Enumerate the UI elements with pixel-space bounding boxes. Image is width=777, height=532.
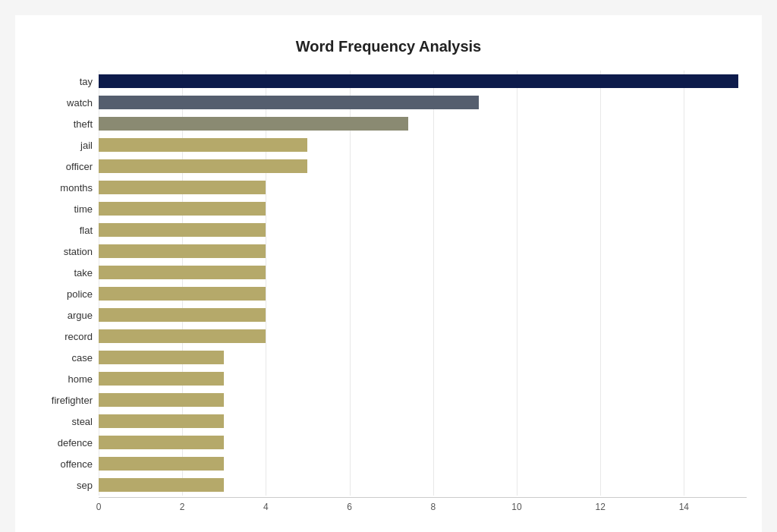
y-label: firefighter [52, 389, 93, 411]
bar [99, 96, 479, 109]
bar-row [99, 432, 747, 453]
bar [99, 414, 224, 428]
x-tick: 0 [96, 502, 102, 512]
chart-title: Word Frequency Analysis [30, 38, 747, 55]
x-tick: 8 [430, 502, 436, 512]
x-tick: 10 [511, 502, 521, 512]
bar-row [99, 347, 747, 368]
x-axis: 02468101214 [99, 502, 747, 520]
bar [99, 74, 738, 88]
bar [99, 138, 307, 152]
y-label: home [68, 368, 93, 389]
y-label: case [72, 347, 93, 368]
y-label: time [74, 198, 93, 219]
bars-list [99, 71, 747, 496]
bar [99, 244, 266, 258]
bar [99, 308, 266, 322]
x-tick: 6 [347, 502, 352, 512]
y-label: record [64, 326, 93, 347]
bar-row [99, 92, 747, 113]
bar-row [99, 156, 747, 177]
x-tick: 2 [180, 502, 185, 512]
bar-row [99, 71, 747, 92]
bar-row [99, 368, 747, 389]
x-tick: 12 [595, 502, 605, 512]
bar [99, 159, 307, 173]
bar-row [99, 262, 747, 283]
bar [99, 287, 266, 301]
y-label: sep [77, 474, 93, 496]
y-label: jail [80, 134, 93, 156]
chart-container: Word Frequency Analysis taywatchtheftjai… [15, 15, 762, 532]
bar [99, 478, 224, 492]
y-label: flat [80, 219, 93, 241]
y-label: offence [61, 453, 93, 474]
bar [99, 457, 224, 471]
bar-row [99, 198, 747, 219]
y-label: theft [74, 113, 93, 134]
y-label: officer [66, 156, 93, 177]
bar-row [99, 389, 747, 411]
bar-row [99, 113, 747, 134]
y-label: station [64, 241, 93, 262]
bar-row [99, 411, 747, 432]
y-label: watch [67, 92, 93, 113]
bar-row [99, 474, 747, 496]
y-label: steal [72, 411, 93, 432]
y-label: defence [58, 432, 93, 453]
bar [99, 266, 266, 279]
bar [99, 351, 224, 364]
x-axis-line [99, 497, 747, 498]
x-tick: 14 [679, 502, 689, 512]
y-label: months [60, 177, 93, 198]
grid-and-bars [99, 71, 747, 496]
y-label: argue [68, 304, 93, 326]
bar [99, 117, 408, 131]
y-label: tay [80, 71, 93, 92]
chart-area: taywatchtheftjailofficermonthstimeflatst… [30, 71, 747, 532]
bar [99, 181, 266, 194]
bar [99, 223, 266, 237]
bar-row [99, 326, 747, 347]
bar [99, 436, 224, 449]
bar-row [99, 304, 747, 326]
bar [99, 393, 224, 407]
bar-row [99, 177, 747, 198]
bar-row [99, 241, 747, 262]
bar-row [99, 453, 747, 474]
bar [99, 372, 224, 386]
bar-row [99, 283, 747, 304]
bar-row [99, 134, 747, 156]
y-labels: taywatchtheftjailofficermonthstimeflatst… [30, 71, 99, 532]
y-label: take [74, 262, 93, 283]
bar [99, 202, 266, 216]
x-tick: 4 [263, 502, 269, 512]
y-label: police [67, 283, 93, 304]
bar-row [99, 219, 747, 241]
bar [99, 329, 266, 343]
bars-and-grid: 02468101214 Frequency [99, 71, 747, 532]
